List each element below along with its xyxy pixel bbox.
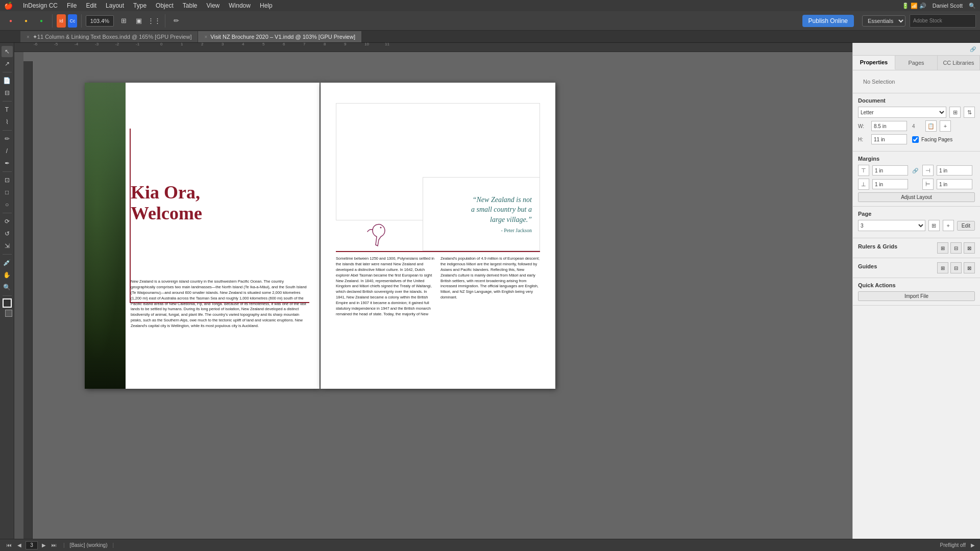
fill-color[interactable] bbox=[3, 298, 12, 308]
prev-page-btn[interactable]: ◀ bbox=[15, 541, 23, 549]
guide-icon-1[interactable]: ⊞ bbox=[937, 262, 948, 273]
workspace-selector[interactable]: Essentials bbox=[862, 15, 905, 27]
gap-tool[interactable]: ⊟ bbox=[2, 87, 13, 98]
style-label[interactable]: [Basic] (working) bbox=[70, 542, 108, 548]
menu-table[interactable]: Table bbox=[179, 2, 202, 9]
menu-indesign[interactable]: InDesign CC bbox=[19, 2, 62, 9]
ruler-icon-3[interactable]: ⊠ bbox=[964, 242, 975, 254]
guide-icon-3[interactable]: ⊠ bbox=[964, 262, 975, 273]
tab-close-2[interactable]: × bbox=[204, 34, 207, 40]
menu-object[interactable]: Object bbox=[152, 2, 178, 9]
width-input[interactable] bbox=[871, 121, 907, 131]
search-adobe-input[interactable]: Adobe Stock bbox=[910, 14, 976, 28]
menu-help[interactable]: Help bbox=[256, 2, 277, 9]
right-panel: 🔗 Properties Pages CC Libraries No Selec… bbox=[852, 43, 980, 539]
menu-view[interactable]: View bbox=[202, 2, 224, 9]
right-col-mid[interactable]: Sometime between 1250 and 1300, Polynesi… bbox=[336, 256, 435, 379]
next-page-btn[interactable]: ▶ bbox=[40, 541, 48, 549]
document-canvas[interactable]: Kia Ora,Welcome New Zealand is a soverei… bbox=[23, 52, 852, 539]
kia-ora-title[interactable]: Kia Ora,Welcome bbox=[131, 182, 309, 224]
menu-file[interactable]: File bbox=[63, 2, 81, 9]
ellipse-tool[interactable]: ○ bbox=[2, 199, 13, 210]
tab-column-linking[interactable]: × ✦11 Column & Linking Text Boxes.indd @… bbox=[20, 31, 198, 42]
first-page-btn[interactable]: ⏮ bbox=[5, 541, 13, 549]
guide-icon-2[interactable]: ⊟ bbox=[950, 262, 962, 273]
hand-tool[interactable]: ✋ bbox=[2, 269, 13, 281]
search-icon[interactable]: 🔍 bbox=[969, 3, 976, 9]
close-btn[interactable]: ● bbox=[4, 14, 17, 28]
rect-tool[interactable]: □ bbox=[2, 187, 13, 198]
doc-icon-2[interactable]: ⇅ bbox=[964, 107, 975, 118]
direct-selection-tool[interactable]: ↗ bbox=[2, 58, 13, 69]
tab-pages[interactable]: Pages bbox=[895, 56, 938, 70]
tab-visit-nz[interactable]: × Visit NZ Brochure 2020 – V1.indd @ 103… bbox=[198, 31, 362, 42]
document-size-select[interactable]: Letter bbox=[858, 107, 946, 118]
text-tool[interactable]: T bbox=[2, 104, 13, 115]
margin-top-input[interactable] bbox=[872, 165, 908, 176]
rect-frame-tool[interactable]: ⊡ bbox=[2, 174, 13, 186]
scroll-right-icon[interactable]: ▶ bbox=[971, 542, 975, 548]
margins-top-row: ⊤ 🔗 ⊣ bbox=[858, 165, 975, 176]
status-separator-2: | bbox=[113, 542, 114, 548]
add-page-icon[interactable]: + bbox=[940, 120, 951, 132]
tab-close-1[interactable]: × bbox=[27, 34, 30, 40]
menu-layout[interactable]: Layout bbox=[102, 2, 128, 9]
import-file-btn[interactable]: Import File bbox=[858, 291, 975, 301]
right-col-right[interactable]: Zealand's population of 4.9 million is o… bbox=[440, 256, 540, 379]
zoom-tool[interactable]: 🔍 bbox=[2, 282, 13, 293]
edit-page-btn[interactable]: Edit bbox=[957, 221, 975, 231]
red-divider-right bbox=[336, 251, 540, 252]
page-number-select[interactable]: 3 bbox=[858, 220, 925, 231]
margin-link-icon[interactable]: 🔗 bbox=[911, 166, 919, 174]
rotate-tool[interactable]: ↺ bbox=[2, 228, 13, 239]
quote-box[interactable]: “New Zealand is not a small country but … bbox=[423, 177, 540, 251]
pen-tool[interactable]: ✒ bbox=[2, 158, 13, 169]
free-transform-tool[interactable]: ⟳ bbox=[2, 216, 13, 227]
margins-title: Margins bbox=[858, 156, 975, 162]
panel-link-icon[interactable]: 🔗 bbox=[969, 45, 977, 53]
pen-tool-btn[interactable]: ✏ bbox=[169, 14, 183, 28]
selection-tool[interactable]: ↖ bbox=[2, 46, 13, 57]
left-body-text[interactable]: New Zealand is a sovereign island countr… bbox=[131, 279, 309, 379]
tab-properties[interactable]: Properties bbox=[853, 56, 895, 70]
tabs-bar: × ✦11 Column & Linking Text Boxes.indd @… bbox=[0, 31, 980, 43]
ruler-icon-1[interactable]: ⊞ bbox=[937, 242, 948, 254]
facing-pages-checkbox[interactable] bbox=[912, 136, 919, 143]
publish-online-button[interactable]: Publish Online bbox=[802, 15, 854, 27]
stroke-color[interactable] bbox=[5, 310, 12, 317]
margin-right-input[interactable] bbox=[937, 165, 972, 176]
margins-section: Margins ⊤ 🔗 ⊣ ⊥ ⊢ Adjust Layout bbox=[853, 152, 980, 207]
view-mode-btn[interactable]: ⊞ bbox=[117, 14, 130, 28]
page-number-input[interactable] bbox=[26, 541, 38, 549]
menu-edit[interactable]: Edit bbox=[82, 2, 101, 9]
arrange-btn[interactable]: ⋮⋮ bbox=[148, 14, 161, 28]
ruler-icon-2[interactable]: ⊟ bbox=[950, 242, 962, 254]
zoom-input[interactable] bbox=[86, 15, 114, 27]
type-path-tool[interactable]: ⌇ bbox=[2, 116, 13, 128]
height-input[interactable] bbox=[871, 134, 907, 144]
menu-type[interactable]: Type bbox=[129, 2, 151, 9]
adjust-layout-btn[interactable]: Adjust Layout bbox=[858, 192, 975, 202]
height-row: H: Facing Pages bbox=[858, 134, 975, 144]
margin-bottom-input[interactable] bbox=[872, 179, 908, 189]
screen-mode-btn[interactable]: ▣ bbox=[132, 14, 145, 28]
preflight-label[interactable]: Preflight off bbox=[940, 542, 966, 548]
maximize-btn[interactable]: ● bbox=[35, 14, 48, 28]
margin-left-input[interactable] bbox=[937, 179, 972, 189]
menu-window[interactable]: Window bbox=[225, 2, 255, 9]
tab-cc-libraries[interactable]: CC Libraries bbox=[938, 56, 980, 70]
canvas-area[interactable]: -6 -5 -4 -3 -2 -1 0 1 2 3 4 5 6 7 8 9 10… bbox=[14, 43, 852, 539]
page-tool[interactable]: 📄 bbox=[2, 75, 13, 86]
page-icon-2[interactable]: + bbox=[943, 220, 954, 231]
eyedropper-tool[interactable]: 💉 bbox=[2, 257, 13, 268]
pages-icon[interactable]: 📋 bbox=[925, 120, 937, 132]
last-page-btn[interactable]: ⏭ bbox=[50, 541, 58, 549]
line-tool[interactable]: / bbox=[2, 145, 13, 157]
minimize-btn[interactable]: ● bbox=[19, 14, 33, 28]
page-icon-1[interactable]: ⊞ bbox=[928, 220, 940, 231]
apple-logo-icon[interactable]: 🍎 bbox=[4, 2, 13, 10]
pencil-tool[interactable]: ✏ bbox=[2, 133, 13, 144]
menu-bar: 🍎 InDesign CC File Edit Layout Type Obje… bbox=[0, 0, 980, 11]
scale-tool[interactable]: ⇲ bbox=[2, 240, 13, 252]
doc-icon-1[interactable]: ⊞ bbox=[949, 107, 961, 118]
